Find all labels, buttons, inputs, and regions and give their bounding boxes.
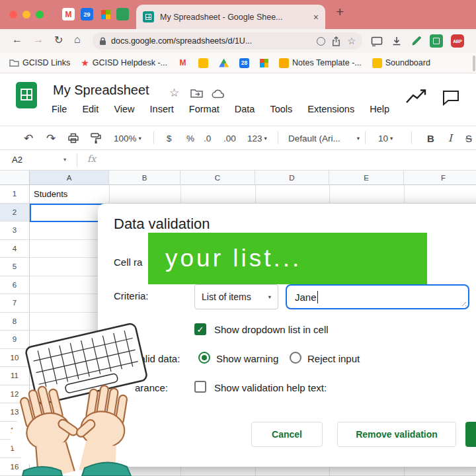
strikethrough-button[interactable]: S xyxy=(465,132,472,143)
save-button[interactable] xyxy=(465,422,476,447)
bookmark-star-icon[interactable]: ☆ xyxy=(347,36,356,46)
show-warning-radio[interactable] xyxy=(198,352,210,364)
forward-icon[interactable]: → xyxy=(33,34,44,46)
remove-validation-button[interactable]: Remove validation xyxy=(337,422,456,447)
back-icon[interactable]: ← xyxy=(12,34,22,46)
bookmark-drive[interactable] xyxy=(219,59,229,67)
menu-data[interactable]: Data xyxy=(235,104,255,114)
menu-help[interactable]: Help xyxy=(370,104,389,114)
format-percent-button[interactable]: % xyxy=(186,133,194,143)
bookmark-flag[interactable] xyxy=(260,59,268,67)
address-bar[interactable]: docs.google.com/spreadsheets/d/1U... ☆ xyxy=(93,32,362,50)
chevron-down-icon[interactable]: ▾ xyxy=(63,156,66,163)
row-header-5[interactable]: 5 xyxy=(0,258,30,276)
print-icon[interactable] xyxy=(67,132,79,144)
italic-button[interactable]: I xyxy=(448,132,452,144)
browser-tab[interactable]: My Spreadsheet - Google Shee... × xyxy=(136,5,325,29)
help-text-checkbox[interactable] xyxy=(194,381,206,393)
zoom-select[interactable]: 100%▾ xyxy=(114,133,141,143)
name-box[interactable]: A2 xyxy=(12,155,22,165)
menu-bar: File Edit View Insert Format Data Tools … xyxy=(52,104,389,114)
bookmark-label: GCISD Helpdesk -... xyxy=(93,58,167,67)
column-header-F[interactable]: F xyxy=(404,171,476,185)
cloud-status-icon[interactable] xyxy=(212,89,225,101)
scrollbar-thumb[interactable] xyxy=(473,56,475,71)
gmail-letter: M xyxy=(65,10,72,19)
download-icon[interactable] xyxy=(390,34,403,48)
select-all-corner[interactable] xyxy=(0,171,30,185)
bookmark-calendar[interactable]: 28 xyxy=(239,58,249,68)
selected-cell-a2[interactable] xyxy=(30,204,109,222)
column-header-B[interactable]: B xyxy=(109,171,180,185)
row-header-3[interactable]: 3 xyxy=(0,221,30,240)
column-header-A[interactable]: A xyxy=(30,171,109,185)
bookmark-gcisd-helpdesk[interactable]: ★ GCISD Helpdesk -... xyxy=(81,58,167,68)
document-title[interactable]: My Spreadsheet xyxy=(53,83,149,98)
search-mode-icon[interactable] xyxy=(317,37,325,46)
window-zoom-button[interactable] xyxy=(36,11,44,19)
menu-view[interactable]: View xyxy=(114,104,134,114)
show-dropdown-checkbox[interactable]: ✓ xyxy=(194,323,206,335)
column-header-E[interactable]: E xyxy=(329,171,404,185)
home-icon[interactable]: ⌂ xyxy=(74,34,81,46)
font-size-select[interactable]: 10▾ xyxy=(378,133,393,143)
bookmark-label: GCISD Links xyxy=(22,58,70,67)
sheets-logo[interactable] xyxy=(16,82,37,108)
calendar-number: 29 xyxy=(83,11,90,18)
flag-icon xyxy=(260,59,268,67)
column-header-D[interactable]: D xyxy=(255,171,329,185)
paint-format-icon[interactable] xyxy=(90,132,102,144)
edit-pencil-icon[interactable] xyxy=(410,34,423,48)
move-folder-icon[interactable] xyxy=(190,89,203,100)
star-document-icon[interactable]: ☆ xyxy=(169,86,179,100)
tab-close-icon[interactable]: × xyxy=(313,12,319,22)
row-header-2[interactable]: 2 xyxy=(0,204,30,222)
folder-icon xyxy=(9,59,19,67)
redo-icon[interactable]: ↷ xyxy=(46,131,56,145)
increase-decimal-button[interactable]: .00 xyxy=(223,133,236,143)
resize-handle-icon[interactable] xyxy=(460,300,466,306)
extension-icon[interactable] xyxy=(430,34,443,48)
reject-input-radio[interactable] xyxy=(290,352,301,364)
font-select[interactable]: Default (Ari...▾ xyxy=(288,133,360,143)
pinned-app-icon[interactable] xyxy=(116,8,129,20)
format-currency-button[interactable]: $ xyxy=(167,133,172,143)
undo-icon[interactable]: ↶ xyxy=(24,131,33,145)
row-header-1[interactable]: 1 xyxy=(0,185,30,204)
criteria-dropdown[interactable]: List of items ▾ xyxy=(194,284,278,309)
cell-a1[interactable]: Students xyxy=(34,185,67,204)
menu-edit[interactable]: Edit xyxy=(82,104,99,114)
window-minimize-button[interactable] xyxy=(22,11,30,19)
bookmark-yellow-app[interactable] xyxy=(198,58,208,68)
cast-icon[interactable] xyxy=(370,34,383,48)
more-formats-button[interactable]: 123▾ xyxy=(247,133,267,143)
bookmark-soundboard[interactable]: Soundboard xyxy=(372,58,430,68)
bold-button[interactable]: B xyxy=(427,132,434,143)
share-icon[interactable] xyxy=(332,36,340,46)
row-header-6[interactable]: 6 xyxy=(0,276,30,295)
reload-icon[interactable]: ↻ xyxy=(54,34,63,46)
cancel-button[interactable]: Cancel xyxy=(251,422,323,447)
column-header-C[interactable]: C xyxy=(180,171,255,185)
flag-icon[interactable] xyxy=(99,8,112,20)
menu-file[interactable]: File xyxy=(52,104,67,114)
insights-icon[interactable] xyxy=(405,88,428,109)
menu-insert[interactable]: Insert xyxy=(150,104,174,114)
drive-icon xyxy=(219,59,229,67)
bookmark-notes-template[interactable]: Notes Template -... xyxy=(279,58,362,68)
window-close-button[interactable] xyxy=(9,11,17,19)
chevron-down-icon: ▾ xyxy=(357,135,360,141)
bookmark-gcisd-links[interactable]: GCISD Links xyxy=(9,58,70,67)
items-input[interactable]: Jane xyxy=(286,284,469,309)
row-header-4[interactable]: 4 xyxy=(0,240,30,258)
adblock-badge[interactable]: ABP xyxy=(451,34,464,48)
menu-format[interactable]: Format xyxy=(189,104,219,114)
comment-icon[interactable] xyxy=(442,89,460,108)
menu-tools[interactable]: Tools xyxy=(270,104,292,114)
decrease-decimal-button[interactable]: .0 xyxy=(204,133,211,143)
new-tab-button[interactable]: + xyxy=(336,4,344,20)
menu-extensions[interactable]: Extensions xyxy=(307,104,354,114)
calendar-icon[interactable]: 29 xyxy=(81,8,93,20)
gmail-icon[interactable]: M xyxy=(62,8,75,20)
bookmark-gmail[interactable]: M xyxy=(178,58,188,68)
